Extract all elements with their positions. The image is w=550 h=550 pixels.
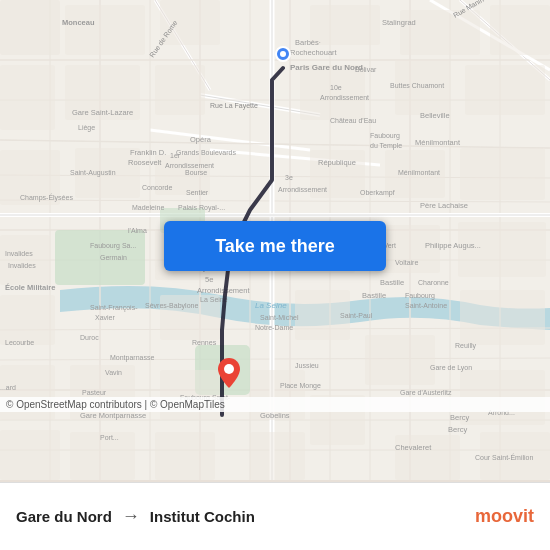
svg-text:Saint-François-: Saint-François-: [90, 304, 138, 312]
svg-rect-41: [65, 5, 145, 55]
svg-text:Saint-Paul: Saint-Paul: [340, 312, 373, 319]
svg-text:Saint-Antoine: Saint-Antoine: [405, 302, 447, 309]
svg-rect-40: [0, 0, 60, 55]
svg-text:Buttes Chuamont: Buttes Chuamont: [390, 82, 444, 89]
svg-text:Bourse: Bourse: [185, 169, 207, 176]
svg-rect-66: [365, 335, 435, 385]
take-me-there-button[interactable]: Take me there: [164, 221, 386, 271]
moovit-logo: moovit: [475, 506, 534, 527]
svg-text:Bercy: Bercy: [450, 413, 469, 422]
svg-rect-46: [0, 65, 55, 130]
svg-rect-45: [490, 5, 550, 55]
svg-text:Faubourg Sa...: Faubourg Sa...: [90, 242, 136, 250]
svg-rect-76: [155, 432, 215, 480]
svg-text:Lecourbe: Lecourbe: [5, 339, 34, 346]
svg-text:Duroc: Duroc: [80, 334, 99, 341]
svg-text:Oberkampf: Oberkampf: [360, 189, 395, 197]
svg-text:Père Lachaise: Père Lachaise: [420, 201, 468, 210]
svg-text:Place Monge: Place Monge: [280, 382, 321, 390]
svg-rect-63: [0, 295, 55, 345]
svg-rect-49: [300, 65, 365, 120]
svg-text:Voltaire: Voltaire: [395, 259, 418, 266]
svg-text:Arrondissement: Arrondissement: [278, 186, 327, 193]
from-station-label: Gare du Nord: [16, 508, 112, 525]
svg-text:Reuilly: Reuilly: [455, 342, 477, 350]
svg-text:5e: 5e: [205, 275, 213, 284]
svg-text:Belleville: Belleville: [420, 111, 450, 120]
svg-text:École Militaire: École Militaire: [5, 283, 55, 292]
svg-text:Sèvres-Babylone: Sèvres-Babylone: [145, 302, 198, 310]
svg-text:Gobelins: Gobelins: [260, 411, 290, 420]
svg-text:Rue La Fayette: Rue La Fayette: [210, 102, 258, 110]
svg-text:Vavin: Vavin: [105, 369, 122, 376]
svg-text:10e: 10e: [330, 84, 342, 91]
svg-text:Gare Montparnasse: Gare Montparnasse: [80, 411, 146, 420]
svg-text:Arrondissement: Arrondissement: [320, 94, 369, 101]
svg-text:Bastille: Bastille: [380, 278, 404, 287]
map-attribution: © OpenStreetMap contributors | © OpenMap…: [0, 397, 550, 412]
svg-rect-78: [395, 435, 460, 480]
svg-text:Stalingrad: Stalingrad: [382, 18, 416, 27]
svg-text:Bastille: Bastille: [362, 291, 386, 300]
svg-rect-51: [465, 65, 545, 115]
svg-text:Notre-Dame: Notre-Dame: [255, 324, 293, 331]
moovit-brand-name: moovit: [475, 506, 534, 527]
map-container: Rue de Rome Rue La Fayette Rue Manin Mon…: [0, 0, 550, 480]
svg-text:Monceau: Monceau: [62, 18, 95, 27]
to-station-label: Institut Cochin: [150, 508, 255, 525]
svg-text:Roosevelt: Roosevelt: [128, 158, 162, 167]
svg-text:Port...: Port...: [100, 434, 119, 441]
svg-text:Château d'Eau: Château d'Eau: [330, 117, 376, 124]
svg-text:Faubourg: Faubourg: [370, 132, 400, 140]
arrow-icon: →: [122, 506, 140, 527]
svg-rect-44: [400, 10, 480, 55]
svg-text:Rennes: Rennes: [192, 339, 217, 346]
svg-text:3e: 3e: [285, 174, 293, 181]
svg-text:Saint-Augustin: Saint-Augustin: [70, 169, 116, 177]
svg-text:Sentier: Sentier: [186, 189, 209, 196]
svg-text:La Seine: La Seine: [255, 301, 287, 310]
svg-text:1er: 1er: [170, 152, 181, 159]
svg-text:l'Alma: l'Alma: [128, 227, 147, 234]
svg-text:Jussieu: Jussieu: [295, 362, 319, 369]
svg-rect-42: [160, 0, 220, 45]
svg-text:Barbès·: Barbès·: [295, 38, 321, 47]
svg-text:Charonne: Charonne: [418, 279, 449, 286]
svg-text:Paris Gare du Nord: Paris Gare du Nord: [290, 63, 363, 72]
svg-text:Invalides: Invalides: [8, 262, 36, 269]
svg-text:Chevaleret: Chevaleret: [395, 443, 432, 452]
svg-text:Invalides: Invalides: [5, 250, 33, 257]
svg-rect-77: [250, 432, 305, 480]
svg-text:Cour Saint-Émilion: Cour Saint-Émilion: [475, 453, 533, 461]
svg-text:Gare de Lyon: Gare de Lyon: [430, 364, 472, 372]
svg-rect-58: [0, 235, 50, 285]
svg-text:Rochechouart: Rochechouart: [290, 48, 338, 57]
svg-rect-48: [155, 65, 205, 115]
svg-text:Ménilmontant: Ménilmontant: [415, 138, 461, 147]
svg-text:Pasteur: Pasteur: [82, 389, 107, 396]
svg-text:Champs-Élysées: Champs-Élysées: [20, 193, 73, 202]
svg-text:Ménilmontant: Ménilmontant: [398, 169, 440, 176]
svg-text:Opéra: Opéra: [190, 135, 212, 144]
svg-text:Germain: Germain: [100, 254, 127, 261]
svg-text:Gare Saint-Lazare: Gare Saint-Lazare: [72, 108, 133, 117]
svg-rect-74: [0, 430, 60, 480]
svg-text:Montparnasse: Montparnasse: [110, 354, 154, 362]
svg-rect-67: [460, 290, 545, 345]
svg-text:Bolivar: Bolivar: [355, 66, 377, 73]
svg-text:Gare d'Austerlitz: Gare d'Austerlitz: [400, 389, 452, 396]
svg-text:Arrondissement: Arrondissement: [165, 162, 214, 169]
svg-text:République: République: [318, 158, 356, 167]
svg-rect-57: [460, 148, 545, 200]
svg-text:Philippe Augus...: Philippe Augus...: [425, 241, 481, 250]
svg-text:Xavier: Xavier: [95, 314, 116, 321]
svg-text:Concorde: Concorde: [142, 184, 172, 191]
svg-text:...ard: ...ard: [0, 384, 16, 391]
svg-text:Grands Boulevards: Grands Boulevards: [176, 149, 236, 156]
svg-text:Liège: Liège: [78, 124, 95, 132]
svg-text:Madeleine: Madeleine: [132, 204, 164, 211]
svg-text:Bercy: Bercy: [448, 425, 467, 434]
svg-text:Palais Royal-...: Palais Royal-...: [178, 204, 225, 212]
svg-text:Franklin D.: Franklin D.: [130, 148, 166, 157]
bottom-bar: Gare du Nord → Institut Cochin moovit: [0, 482, 550, 550]
